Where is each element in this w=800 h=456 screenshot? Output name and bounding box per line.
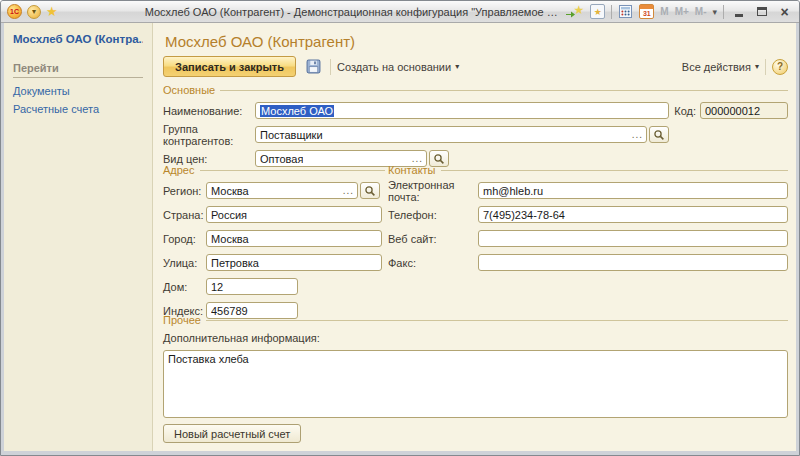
country-input[interactable]	[206, 206, 382, 223]
magnifier-icon	[433, 153, 445, 165]
create-based-on-button[interactable]: Создать на основании ▾	[337, 61, 459, 73]
help-button[interactable]: ?	[772, 59, 788, 75]
email-label: Электронная почта:	[388, 179, 478, 203]
floppy-icon	[306, 59, 321, 74]
page-title: Мосхлеб ОАО (Контрагент)	[165, 33, 355, 50]
minimize-icon	[735, 14, 743, 17]
choose-button[interactable]: ...	[412, 151, 423, 164]
sidebar-item-documents[interactable]: Документы	[13, 85, 143, 97]
price-type-value: Оптовая	[260, 153, 303, 165]
fax-input[interactable]	[478, 254, 788, 271]
section-address: Адрес Регион: Москва ...	[163, 164, 385, 326]
name-input[interactable]: Мосхлеб ОАО	[255, 102, 669, 119]
country-label: Страна:	[163, 209, 206, 221]
phone-input[interactable]	[478, 206, 788, 223]
chevron-down-icon: ▾	[755, 62, 759, 71]
section-other: Прочее Дополнительная информация: Постав…	[163, 314, 788, 443]
website-input[interactable]	[478, 230, 788, 247]
section-contacts: Контакты Электронная почта: Телефон: Веб…	[388, 164, 788, 278]
fax-label: Факс:	[388, 257, 478, 269]
open-button[interactable]	[649, 126, 669, 143]
memory-minus-button[interactable]: M-	[695, 6, 707, 17]
section-address-title: Адрес	[163, 164, 195, 176]
titlebar: 1С ▾ ★ Мосхлеб ОАО (Контрагент) - Демонс…	[1, 1, 799, 23]
house-input[interactable]	[206, 278, 298, 295]
region-input[interactable]: Москва ...	[206, 182, 358, 199]
section-rule	[200, 170, 386, 171]
house-label: Дом:	[163, 281, 206, 293]
separator	[765, 59, 766, 75]
code-input[interactable]	[700, 102, 788, 119]
additional-info-label: Дополнительная информация:	[163, 332, 788, 344]
section-rule	[441, 170, 788, 171]
separator	[611, 5, 612, 19]
favorites-star-icon[interactable]: ★	[46, 5, 58, 19]
name-label: Наименование:	[163, 105, 255, 117]
region-combo: Москва ...	[206, 182, 380, 199]
titlebar-actions: ★ ★ 31 M M+ M- ▾ ×	[567, 4, 793, 20]
add-to-favorites-icon[interactable]: ★	[567, 4, 584, 19]
calendar-day-label: 31	[640, 8, 653, 18]
price-type-label: Вид цен:	[163, 153, 255, 165]
section-other-title: Прочее	[163, 314, 201, 326]
phone-label: Телефон:	[388, 209, 478, 221]
window-title: Мосхлеб ОАО (Контрагент) - Демонстрацион…	[145, 6, 563, 18]
nav-section-header: Перейти	[13, 62, 143, 78]
one-c-logo-icon: 1С	[7, 4, 22, 19]
memory-plus-button[interactable]: M+	[675, 6, 689, 17]
all-actions-button[interactable]: Все действия ▾	[682, 61, 759, 73]
calendar-icon[interactable]: 31	[639, 4, 654, 19]
group-input[interactable]: Поставщики ...	[255, 126, 647, 143]
region-value: Москва	[211, 185, 249, 197]
maximize-button[interactable]	[753, 4, 770, 20]
calculator-icon[interactable]	[618, 4, 633, 19]
favorites-panel-icon[interactable]: ★	[590, 4, 605, 19]
separator	[330, 59, 331, 75]
code-group: Код:	[674, 102, 788, 119]
section-rule	[206, 320, 788, 321]
separator	[723, 5, 724, 19]
sidebar-title: Мосхлеб ОАО (Контра...	[13, 33, 143, 45]
section-rule	[220, 90, 788, 91]
city-label: Город:	[163, 233, 206, 245]
magnifier-icon	[364, 185, 376, 197]
website-label: Веб сайт:	[388, 233, 478, 245]
sidebar: Мосхлеб ОАО (Контра... Перейти Документы…	[4, 23, 153, 451]
command-bar: Записать и закрыть Создать на основании …	[163, 56, 788, 77]
additional-info-textarea[interactable]: Поставка хлеба	[163, 350, 788, 418]
street-input[interactable]	[206, 254, 382, 271]
city-input[interactable]	[206, 230, 382, 247]
main-panel: Мосхлеб ОАО (Контрагент) Записать и закр…	[153, 23, 796, 451]
green-arrow-icon	[566, 10, 575, 18]
group-combo: Поставщики ...	[255, 126, 669, 143]
system-menu-button[interactable]: ▾	[27, 5, 41, 19]
sidebar-item-settlement-accounts[interactable]: Расчетные счета	[13, 103, 143, 115]
street-label: Улица:	[163, 257, 206, 269]
email-input[interactable]	[478, 182, 788, 199]
magnifier-icon	[653, 129, 665, 141]
create-based-on-label: Создать на основании	[337, 61, 451, 73]
save-and-close-button[interactable]: Записать и закрыть	[163, 56, 296, 77]
app-window: 1С ▾ ★ Мосхлеб ОАО (Контрагент) - Демонс…	[0, 0, 800, 456]
choose-button[interactable]: ...	[632, 127, 643, 140]
code-label: Код:	[674, 105, 696, 117]
save-button[interactable]	[302, 57, 324, 77]
minimize-button[interactable]	[730, 4, 747, 20]
group-label: Группа контрагентов:	[163, 123, 255, 147]
open-button[interactable]	[360, 182, 380, 199]
region-label: Регион:	[163, 185, 206, 197]
maximize-icon	[757, 7, 767, 16]
chevron-down-icon: ▾	[455, 62, 459, 71]
window-body: Мосхлеб ОАО (Контра... Перейти Документы…	[4, 23, 796, 451]
section-contacts-title: Контакты	[388, 164, 436, 176]
close-button[interactable]: ×	[776, 4, 793, 20]
section-general-title: Основные	[163, 84, 215, 96]
titlebar-chevron-icon[interactable]: ▾	[712, 7, 717, 17]
group-value: Поставщики	[260, 129, 323, 141]
choose-button[interactable]: ...	[343, 183, 354, 196]
memory-recall-button[interactable]: M	[660, 6, 668, 17]
new-settlement-account-button[interactable]: Новый расчетный счет	[163, 424, 301, 443]
all-actions-label: Все действия	[682, 61, 751, 73]
selected-text: Мосхлеб ОАО	[260, 105, 334, 117]
section-general: Основные Наименование: Мосхлеб ОАО Код:	[163, 84, 788, 174]
